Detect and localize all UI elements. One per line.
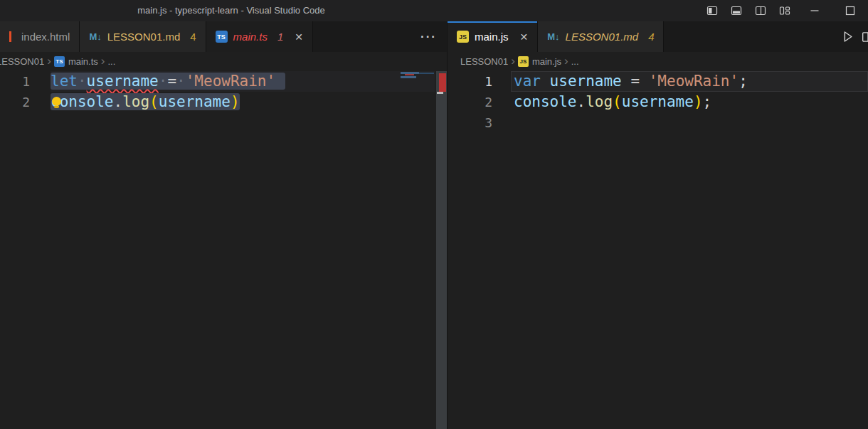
breadcrumb-file[interactable]: main.ts: [68, 56, 98, 67]
toggle-panel-icon[interactable]: [724, 0, 748, 21]
tab-main-ts[interactable]: TS main.ts 1 ✕: [206, 21, 313, 52]
window-controls: [700, 0, 868, 21]
lightbulb-icon[interactable]: [52, 97, 61, 106]
code-line-content: let·username·=·'MeowRain': [51, 71, 435, 92]
customize-layout-icon[interactable]: [773, 0, 797, 21]
close-icon[interactable]: ✕: [295, 31, 303, 43]
code-line[interactable]: 1var username = 'MeowRain';: [448, 71, 868, 92]
tab-lesson01-md[interactable]: M↓ LESSON01.md 4: [80, 21, 206, 52]
typescript-icon: TS: [216, 31, 228, 43]
breadcrumb-symbol[interactable]: ...: [107, 56, 115, 67]
line-number: 2: [448, 92, 492, 112]
markdown-icon: M↓: [547, 31, 559, 42]
code-area-right: 1var username = 'MeowRain';2console.log(…: [448, 71, 868, 133]
maximize-button[interactable]: [832, 0, 868, 21]
typescript-icon: TS: [54, 56, 65, 67]
vertical-scrollbar[interactable]: [436, 71, 447, 429]
close-icon[interactable]: ✕: [520, 31, 529, 43]
breadcrumb-folder[interactable]: LESSON01: [460, 56, 508, 67]
breadcrumb-right: LESSON01 › JS main.js › ...: [448, 52, 868, 71]
code-line[interactable]: 2console.log(username);: [448, 92, 868, 112]
html-icon: [9, 31, 11, 42]
toggle-secondary-sidebar-icon[interactable]: [748, 0, 773, 21]
minimap[interactable]: [401, 72, 435, 80]
minimize-button[interactable]: [797, 0, 832, 21]
code-line-content: var username = 'MeowRain';: [511, 71, 868, 92]
problem-count-badge: 4: [190, 31, 196, 43]
breadcrumb-folder[interactable]: LESSON01: [0, 56, 44, 67]
tab-index-html[interactable]: index.html: [0, 21, 80, 52]
tab-label: main.ts: [233, 31, 268, 43]
titlebar: main.js - typescript-learn - Visual Stud…: [0, 0, 868, 21]
breadcrumb-file[interactable]: main.js: [532, 56, 561, 67]
breadcrumb-left: LESSON01 › TS main.ts › ...: [0, 52, 447, 71]
editor-left[interactable]: 1let·username·=·'MeowRain'2console.log(u…: [0, 71, 447, 429]
overview-ruler-error-mark: [439, 73, 446, 92]
code-area-left: 1let·username·=·'MeowRain'2console.log(u…: [0, 71, 447, 112]
code-line[interactable]: 3: [448, 112, 868, 133]
tabbar-right: JS main.js ✕ M↓ LESSON01.md 4: [448, 21, 868, 52]
tab-main-js[interactable]: JS main.js ✕: [448, 21, 538, 52]
chevron-right-icon: ›: [511, 54, 515, 68]
line-number: 1: [448, 71, 492, 92]
code-line-content: [511, 112, 868, 133]
tabbar-left: index.html M↓ LESSON01.md 4 TS main.ts 1…: [0, 21, 447, 52]
breadcrumb-symbol[interactable]: ...: [571, 56, 579, 67]
editor-group-right: JS main.js ✕ M↓ LESSON01.md 4: [448, 21, 868, 429]
code-line[interactable]: 2console.log(username): [0, 92, 435, 112]
more-actions-icon[interactable]: ···: [420, 21, 437, 52]
tab-label: LESSON01.md: [566, 31, 639, 43]
window-title: main.js - typescript-learn - Visual Stud…: [137, 0, 325, 21]
overview-ruler-selection-mark: [437, 92, 443, 94]
editor-group-left: index.html M↓ LESSON01.md 4 TS main.ts 1…: [0, 21, 448, 429]
problem-count-badge: 1: [277, 31, 283, 43]
chevron-right-icon: ›: [47, 54, 51, 68]
line-number: 2: [0, 92, 30, 112]
tab-label: LESSON01.md: [107, 31, 181, 43]
chevron-right-icon: ›: [101, 54, 105, 68]
editor-right[interactable]: 1var username = 'MeowRain';2console.log(…: [448, 71, 868, 429]
code-line-content: console.log(username);: [511, 92, 868, 112]
javascript-icon: JS: [518, 56, 529, 67]
problem-count-badge: 4: [648, 31, 654, 43]
selection-highlight: console.log(username): [51, 93, 240, 110]
tab-label: index.html: [21, 31, 70, 43]
chevron-right-icon: ›: [564, 54, 568, 68]
markdown-icon: M↓: [89, 31, 101, 42]
line-number: 1: [0, 71, 30, 92]
split-editor-icon[interactable]: [862, 31, 868, 43]
vscode-window: main.js - typescript-learn - Visual Stud…: [0, 0, 868, 429]
toggle-sidebar-icon[interactable]: [700, 0, 724, 21]
code-line-content: console.log(username): [51, 92, 435, 112]
run-code-icon[interactable]: [841, 30, 854, 43]
javascript-icon: JS: [457, 31, 469, 43]
tab-lesson01-md-preview[interactable]: M↓ LESSON01.md 4: [538, 21, 664, 52]
code-line[interactable]: 1let·username·=·'MeowRain': [0, 71, 435, 92]
selection-highlight: let·username·=·'MeowRain': [51, 73, 285, 90]
editor-actions: [841, 21, 868, 52]
tab-label: main.js: [475, 31, 509, 43]
line-number: 3: [448, 112, 492, 133]
